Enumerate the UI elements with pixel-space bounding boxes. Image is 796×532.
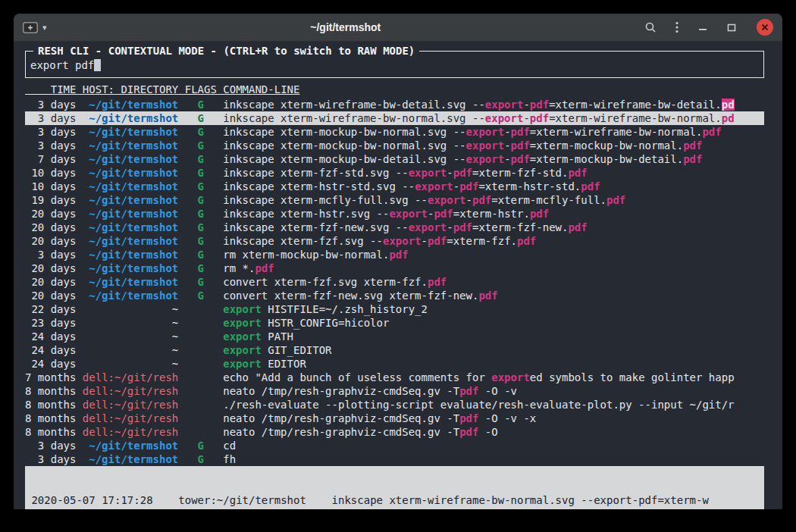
col-time: 3 days [25,125,76,139]
selection-details: 2020-05-07 17:17:28 tower:~/git/termshot… [25,466,764,509]
col-flags: G [185,98,217,111]
col-host: dell:~/git/resh [83,371,178,384]
col-time: 24 days [25,357,76,371]
table-row[interactable]: 3 days~/git/termshotGinkscape xterm-wire… [25,98,764,111]
table-row[interactable]: 3 days~/git/termshotGinkscape xterm-mock… [25,139,764,152]
table-row[interactable]: 24 days~export PATH [25,330,764,343]
history-rows: 3 days~/git/termshotGinkscape xterm-wire… [25,98,764,466]
col-host: ~ [83,302,178,316]
col-host: ~/git/termshot [83,248,178,261]
col-flags: G [185,248,217,261]
col-host: ~/git/termshot [83,180,178,193]
table-row[interactable]: 20 days~/git/termshotGinkscape xterm-hst… [25,207,764,221]
col-time: 20 days [25,234,76,248]
col-cmd: rm *.pdf [223,261,764,275]
col-time: 3 days [25,98,76,111]
table-row[interactable]: 20 days~/git/termshotGconvert xterm-fzf.… [25,275,764,289]
col-host: ~/git/termshot [83,234,178,248]
table-row[interactable]: 20 days~/git/termshotGrm *.pdf [25,261,764,275]
table-row[interactable]: 3 days~/git/termshotGfh [25,452,764,466]
table-row[interactable]: 22 days~export HISTFILE=~/.zsh_history_2 [25,302,764,316]
col-cmd: export EDITOR [223,357,764,371]
col-host: ~/git/termshot [83,275,178,289]
col-host: ~/git/termshot [83,125,178,139]
search-icon[interactable] [644,21,657,33]
table-row[interactable]: 3 days~/git/termshotGrm xterm-mockup-bw-… [25,248,764,261]
table-row[interactable]: 8 monthsdell:~/git/resh./resh-evaluate -… [25,398,764,412]
table-row[interactable]: 8 monthsdell:~/git/reshneato /tmp/resh-g… [25,425,764,439]
search-input[interactable]: export pdf [30,58,759,72]
col-host: ~/git/termshot [83,152,178,166]
table-row[interactable]: 20 days~/git/termshotGconvert xterm-fzf-… [25,289,764,302]
col-flags [185,316,217,330]
col-cmd: convert xterm-fzf-new.svg xterm-fzf-new.… [223,289,764,302]
new-terminal-icon[interactable] [23,22,38,33]
col-time: 24 days [25,343,76,357]
table-row[interactable]: 20 days~/git/termshotGinkscape xterm-fzf… [25,221,764,234]
col-flags [185,302,217,316]
table-row[interactable]: 7 days~/git/termshotGinkscape xterm-mock… [25,152,764,166]
col-flags: G [185,275,217,289]
col-flags [185,412,217,425]
table-row[interactable]: 3 days~/git/termshotGcd [25,439,764,452]
col-flags: G [185,125,217,139]
search-box-title: RESH CLI - CONTEXTUAL MODE - (CTRL+R to … [33,44,419,58]
col-time: 23 days [25,316,76,330]
col-time: 3 days [25,111,76,125]
col-cmd: ./resh-evaluate --plotting-script evalua… [223,398,764,412]
col-cmd: convert xterm-fzf.svg xterm-fzf.pdf [223,275,764,289]
col-host: ~/git/termshot [83,439,178,452]
col-host: ~ [83,316,178,330]
col-host: ~ [83,357,178,371]
table-row[interactable]: 10 days~/git/termshotGinkscape xterm-fzf… [25,166,764,180]
selection-detail-line1: 2020-05-07 17:17:28 tower:~/git/termshot… [25,493,764,507]
restore-button[interactable] [726,22,737,33]
col-flags: G [185,180,217,193]
col-flags [185,398,217,412]
col-flags: G [185,289,217,302]
table-row[interactable]: 24 days~export EDITOR [25,357,764,371]
terminal-content[interactable]: RESH CLI - CONTEXTUAL MODE - (CTRL+R to … [14,42,782,509]
table-row[interactable]: 19 days~/git/termshotGinkscape xterm-mcf… [25,193,764,207]
table-row[interactable]: 20 days~/git/termshotGinkscape xterm-fzf… [25,234,764,248]
col-cmd: neato /tmp/resh-graphviz-cmdSeq.gv -Tpdf… [223,425,764,439]
col-cmd: inkscape xterm-wireframe-bw-detail.svg -… [223,98,764,111]
table-row[interactable]: 23 days~export HSTR_CONFIG=hicolor [25,316,764,330]
col-time: 24 days [25,330,76,343]
col-flags [185,425,217,439]
col-host: ~/git/termshot [83,221,178,234]
col-cmd: inkscape xterm-mockup-bw-detail.svg --ex… [223,152,764,166]
col-host: ~ [83,330,178,343]
table-row[interactable]: 3 days~/git/termshotGinkscape xterm-mock… [25,125,764,139]
col-cmd: inkscape xterm-mcfly-full.svg --export-p… [223,193,764,207]
col-cmd: inkscape xterm-mockup-bw-normal.svg --ex… [223,139,764,152]
table-row[interactable]: 3 days~/git/termshotGinkscape xterm-wire… [25,111,764,125]
col-host: ~/git/termshot [83,452,178,466]
col-host: ~/git/termshot [83,261,178,275]
table-row[interactable]: 7 monthsdell:~/git/reshecho "Add a bunch… [25,371,764,384]
col-cmd: inkscape xterm-mockup-bw-normal.svg --ex… [223,125,764,139]
titlebar[interactable]: ▾ ~/git/termshot [14,14,782,42]
table-row[interactable]: 24 days~export GIT_EDITOR [25,343,764,357]
col-cmd: neato /tmp/resh-graphviz-cmdSeq.gv -Tpdf… [223,412,764,425]
col-cmd: export HISTFILE=~/.zsh_history_2 [223,302,764,316]
col-time: 8 months [25,384,76,398]
col-flags: G [185,439,217,452]
close-button[interactable] [757,19,773,36]
col-cmd: cd [223,439,764,452]
col-flags [185,357,217,371]
minimize-button[interactable] [697,22,708,33]
table-row[interactable]: 8 monthsdell:~/git/reshneato /tmp/resh-g… [25,384,764,398]
col-cmd: export HSTR_CONFIG=hicolor [223,316,764,330]
col-cmd: inkscape xterm-hstr-std.svg --export-pdf… [223,180,764,193]
col-cmd: fh [223,452,764,466]
col-time: 3 days [25,139,76,152]
kebab-menu-icon[interactable] [675,21,679,33]
col-time: 8 months [25,398,76,412]
col-flags: G [185,152,217,166]
text-cursor [94,59,100,71]
table-row[interactable]: 8 monthsdell:~/git/reshneato /tmp/resh-g… [25,412,764,425]
col-flags: G [185,221,217,234]
titlebar-left-controls: ▾ [23,22,47,33]
table-row[interactable]: 10 days~/git/termshotGinkscape xterm-hst… [25,180,764,193]
